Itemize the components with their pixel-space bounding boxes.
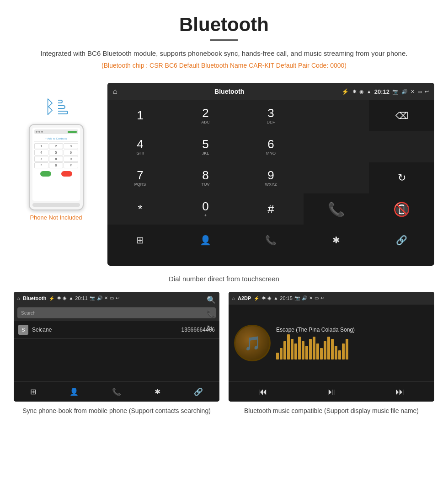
mini-nav-person[interactable]: 👤 bbox=[69, 387, 79, 396]
mini-music-screen: ⌂ A2DP ⚡ ✱ ◉ ▲ 20:15 📷 🔊 ✕ ▭ ↩ 🎵 bbox=[229, 292, 434, 402]
caption-left: Sync phone-book from mobile phone (Suppo… bbox=[22, 406, 211, 416]
phone-mockup: + Add to Contacts 1 2 3 4 5 6 7 8 9 * 0 … bbox=[29, 124, 84, 210]
end-call-button[interactable]: 📵 bbox=[369, 193, 434, 225]
car-status-bar: ⌂ Bluetooth ⚡ ✱ ◉ ▲ 20:12 📷 🔊 ✕ ▭ ↩ bbox=[107, 83, 434, 100]
mini-nav-bt[interactable]: ✱ bbox=[155, 387, 160, 396]
camera-icon: 📷 bbox=[392, 89, 399, 95]
back-icon[interactable]: ↩ bbox=[425, 89, 429, 95]
mini-nav-grid[interactable]: ⊞ bbox=[30, 387, 36, 396]
car-home-icon[interactable]: ⌂ bbox=[113, 87, 117, 96]
car-screen-title: Bluetooth bbox=[121, 88, 338, 95]
song-title: Escape (The Pina Colada Song) bbox=[276, 327, 429, 333]
dialpad-area: 1 2 ABC 3 DEF ⌫ 4 GHI 5 JKL bbox=[107, 100, 434, 256]
phonebook-item: ⌂ Bluetooth ⚡ ✱ ◉ ▲ 20:11 📷 🔊 ✕ ▭ ↩ bbox=[14, 292, 219, 416]
location-icon: ◉ bbox=[359, 89, 364, 95]
mini-nav-phone[interactable]: 📞 bbox=[112, 387, 121, 396]
mini-usb-icon-r: ⚡ bbox=[254, 296, 259, 301]
refresh-key[interactable]: ↻ bbox=[369, 162, 434, 193]
prev-button[interactable]: ⏮ bbox=[258, 386, 267, 397]
signal-waves-icon bbox=[58, 100, 68, 114]
key-0[interactable]: 0 + bbox=[173, 193, 238, 225]
next-button[interactable]: ⏭ bbox=[395, 386, 405, 397]
mini-usb-icon: ⚡ bbox=[49, 296, 54, 301]
title-divider bbox=[210, 39, 238, 41]
contact-name: Seicane bbox=[32, 327, 181, 333]
main-caption: Dial number direct from touchscreen bbox=[0, 270, 448, 292]
bluetooth-icon-area: ᛒ bbox=[44, 97, 68, 117]
key-8[interactable]: 8 TUV bbox=[173, 162, 238, 193]
car-status-icons: ✱ ◉ ▲ 20:12 📷 🔊 ✕ ▭ ↩ bbox=[352, 88, 429, 95]
mini-nav-link[interactable]: 🔗 bbox=[194, 387, 203, 396]
phone-end-button bbox=[61, 171, 72, 177]
key-1[interactable]: 1 bbox=[107, 100, 173, 131]
main-section: ᛒ + Add to Contacts 1 2 3 bbox=[0, 74, 448, 270]
phone-keypad: 1 2 3 4 5 6 7 8 9 * 0 # bbox=[34, 143, 78, 168]
key-hash[interactable]: # bbox=[238, 193, 304, 225]
phone-status-bar bbox=[34, 129, 78, 134]
mini-status-icons: ✱ ◉ ▲ 20:11 📷 🔊 ✕ ▭ ↩ bbox=[57, 295, 119, 301]
contact-letter: S bbox=[18, 325, 28, 335]
bt-icon: ✱ bbox=[352, 89, 357, 95]
nav-phone-icon[interactable]: 📞 bbox=[238, 225, 304, 256]
caption-right: Bluetooth music compatible (Support disp… bbox=[244, 406, 419, 416]
key-2[interactable]: 2 ABC bbox=[173, 100, 238, 131]
display-area-top bbox=[304, 100, 369, 131]
album-art: 🎵 bbox=[234, 325, 271, 361]
nav-link-icon[interactable]: 🔗 bbox=[369, 225, 434, 256]
bluetooth-symbol-icon: ᛒ bbox=[44, 97, 55, 117]
mini-home-icon[interactable]: ⌂ bbox=[17, 296, 20, 301]
call-action-icon[interactable]: 📞 bbox=[207, 310, 216, 318]
mini-status-bar-right: ⌂ A2DP ⚡ ✱ ◉ ▲ 20:15 📷 🔊 ✕ ▭ ↩ bbox=[229, 292, 434, 305]
display-area-mid bbox=[304, 131, 434, 162]
key-4[interactable]: 4 GHI bbox=[107, 131, 173, 162]
nav-bt-icon[interactable]: ✱ bbox=[304, 225, 369, 256]
page-description: Integrated with BC6 Bluetooth module, su… bbox=[9, 48, 439, 59]
page-header: Bluetooth Integrated with BC6 Bluetooth … bbox=[0, 0, 448, 74]
mini-status-bar-left: ⌂ Bluetooth ⚡ ✱ ◉ ▲ 20:11 📷 🔊 ✕ ▭ ↩ bbox=[14, 292, 219, 305]
nav-contacts-icon[interactable]: 👤 bbox=[173, 225, 238, 256]
nav-grid-icon[interactable]: ⊞ bbox=[107, 225, 173, 256]
key-9[interactable]: 9 WXYZ bbox=[238, 162, 304, 193]
car-time: 20:12 bbox=[374, 88, 389, 95]
bottom-section: ⌂ Bluetooth ⚡ ✱ ◉ ▲ 20:11 📷 🔊 ✕ ▭ ↩ bbox=[0, 292, 448, 425]
music-visualizer bbox=[276, 337, 429, 359]
phone-screen: + Add to Contacts 1 2 3 4 5 6 7 8 9 * 0 … bbox=[32, 128, 80, 201]
mini-phonebook-screen: ⌂ Bluetooth ⚡ ✱ ◉ ▲ 20:11 📷 🔊 ✕ ▭ ↩ bbox=[14, 292, 219, 402]
wifi-icon: ▲ bbox=[367, 89, 372, 94]
key-5[interactable]: 5 JKL bbox=[173, 131, 238, 162]
refresh-action-icon[interactable]: ↻ bbox=[207, 324, 216, 333]
close-icon[interactable]: ✕ bbox=[411, 89, 415, 95]
mini-status-icons-r: ✱ ◉ ▲ 20:15 📷 🔊 ✕ ▭ ↩ bbox=[262, 295, 324, 301]
key-star[interactable]: * bbox=[107, 193, 173, 225]
phone-add-contact: + Add to Contacts bbox=[34, 136, 78, 142]
search-action-icon[interactable]: 🔍 bbox=[207, 295, 216, 304]
page-title: Bluetooth bbox=[9, 14, 439, 36]
phonebook-actions: 🔍 📞 ↻ bbox=[207, 295, 216, 333]
key-3[interactable]: 3 DEF bbox=[238, 100, 304, 131]
display-area-bot bbox=[304, 162, 369, 193]
music-info: Escape (The Pina Colada Song) bbox=[276, 327, 429, 359]
search-box[interactable]: Search bbox=[17, 307, 216, 318]
music-body: 🎵 Escape (The Pina Colada Song) bbox=[229, 305, 434, 381]
key-7[interactable]: 7 PQRS bbox=[107, 162, 173, 193]
music-item: ⌂ A2DP ⚡ ✱ ◉ ▲ 20:15 📷 🔊 ✕ ▭ ↩ 🎵 bbox=[229, 292, 434, 416]
mini-home-icon-r[interactable]: ⌂ bbox=[232, 296, 235, 301]
music-note-icon: 🎵 bbox=[244, 335, 261, 351]
car-screen-dialpad: ⌂ Bluetooth ⚡ ✱ ◉ ▲ 20:12 📷 🔊 ✕ ▭ ↩ 1 bbox=[107, 83, 434, 266]
window-icon[interactable]: ▭ bbox=[417, 89, 422, 95]
car-usb-icon: ⚡ bbox=[341, 88, 349, 95]
mini-bottom-nav-left: ⊞ 👤 📞 ✱ 🔗 bbox=[14, 381, 219, 402]
phonebook-search-area: Search bbox=[14, 305, 219, 321]
call-button[interactable]: 📞 bbox=[304, 193, 369, 225]
music-controls: ⏮ ⏯ ⏭ bbox=[229, 381, 434, 402]
volume-icon: 🔊 bbox=[401, 89, 408, 95]
play-pause-button[interactable]: ⏯ bbox=[327, 386, 336, 397]
contact-row[interactable]: S Seicane 13566664466 bbox=[14, 321, 219, 339]
key-6[interactable]: 6 MNO bbox=[238, 131, 304, 162]
delete-key[interactable]: ⌫ bbox=[369, 100, 434, 131]
phone-call-button bbox=[40, 171, 51, 177]
phone-bottom-buttons bbox=[34, 170, 78, 177]
phone-not-included-label: Phone Not Included bbox=[30, 214, 82, 221]
phone-container: ᛒ + Add to Contacts 1 2 3 bbox=[14, 83, 98, 221]
phone-home-button bbox=[32, 203, 80, 207]
